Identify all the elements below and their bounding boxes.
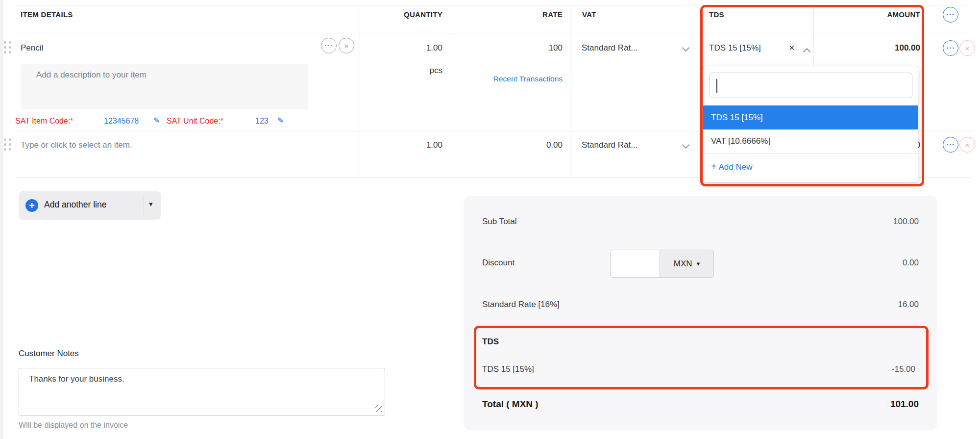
sat-item-code-label: SAT Item Code:* xyxy=(15,117,74,126)
amount-value: 100.00 xyxy=(822,43,920,53)
plus-icon: + xyxy=(711,161,717,172)
chevron-down-icon[interactable] xyxy=(683,143,688,149)
chevron-up-icon[interactable] xyxy=(804,47,809,52)
sub-total-value: 100.00 xyxy=(893,217,919,227)
tds-select-value[interactable]: TDS 15 [15%] xyxy=(709,43,761,53)
customer-notes-label: Customer Notes xyxy=(19,349,79,359)
discount-input-group: MXN ▾ xyxy=(610,250,714,278)
tds-search-input[interactable] xyxy=(710,73,912,98)
discount-currency-select[interactable]: MXN ▾ xyxy=(660,250,714,278)
sat-item-code-value[interactable]: 12345678 xyxy=(104,117,139,126)
rate-value[interactable]: 100 xyxy=(465,43,563,53)
col-divider-rate-vat xyxy=(570,5,570,177)
currency-label: MXN xyxy=(674,259,692,269)
tds-option-selected[interactable]: TDS 15 [15%] xyxy=(703,105,918,129)
ellipsis-icon: ··· xyxy=(946,11,955,18)
header-bottom-border xyxy=(15,33,973,33)
edit-pencil-icon[interactable]: ✎ xyxy=(277,116,284,125)
ellipsis-icon: ··· xyxy=(324,42,333,49)
sat-unit-code-value[interactable]: 123 xyxy=(255,117,269,126)
discount-amount: 0.00 xyxy=(903,258,919,268)
row-delete-button[interactable]: × xyxy=(959,40,975,56)
tds-section-label: TDS xyxy=(482,337,499,347)
tds-clear-icon[interactable]: × xyxy=(789,42,795,53)
quantity-value[interactable]: 1.00 xyxy=(363,140,442,150)
sat-unit-code-label: SAT Unit Code:* xyxy=(167,117,223,126)
row-drag-handle[interactable] xyxy=(4,138,11,151)
close-icon: × xyxy=(965,45,970,52)
tds-amount: -15.00 xyxy=(892,364,915,374)
row-remove-button[interactable]: × xyxy=(339,38,354,53)
row-delete-button[interactable]: × xyxy=(959,137,975,153)
discount-label: Discount xyxy=(482,258,514,268)
tds-option[interactable]: VAT [10.6666%] xyxy=(703,129,918,153)
rate-value[interactable]: 0.00 xyxy=(465,140,563,150)
button-divider xyxy=(144,196,144,215)
sub-total-label: Sub Total xyxy=(482,217,517,227)
row-drag-handle[interactable] xyxy=(4,41,11,53)
header-item-details: ITEM DETAILS xyxy=(21,10,73,19)
plus-icon: + xyxy=(25,199,38,212)
add-new-option[interactable]: + Add New xyxy=(703,154,918,179)
header-vat: VAT xyxy=(582,10,596,19)
quantity-value[interactable]: 1.00 xyxy=(363,43,442,53)
tax-amount: 16.00 xyxy=(898,300,919,310)
recent-transactions-link[interactable]: Recent Transactions xyxy=(465,75,563,83)
chevron-down-icon[interactable] xyxy=(683,46,688,52)
add-new-label: Add New xyxy=(718,162,752,172)
total-label: Total ( MXN ) xyxy=(482,399,539,410)
item-select-placeholder[interactable]: Type or click to select an item. xyxy=(21,140,132,150)
col-divider-item-qty xyxy=(360,5,360,177)
close-icon: × xyxy=(344,42,349,50)
vat-select-value[interactable]: Standard Rat... xyxy=(582,43,637,53)
header-tds: TDS xyxy=(709,10,724,19)
item-description-placeholder: Add a description to your item xyxy=(36,70,147,80)
tds-summary-highlight xyxy=(474,326,929,389)
summary-panel: Sub Total 100.00 Discount MXN ▾ 0.00 Sta… xyxy=(464,196,937,430)
tds-dropdown-panel: TDS 15 [15%] VAT [10.6666%] + Add New xyxy=(703,66,918,182)
page-edge xyxy=(0,0,3,439)
col-divider-qty-rate xyxy=(450,5,450,177)
caret-down-icon[interactable]: ▾ xyxy=(149,200,153,208)
tds-line-label: TDS 15 [15%] xyxy=(482,364,534,374)
ellipsis-icon: ··· xyxy=(946,44,955,52)
edit-pencil-icon[interactable]: ✎ xyxy=(153,116,160,125)
ellipsis-icon: ··· xyxy=(946,141,955,148)
item-description-box[interactable]: Add a description to your item xyxy=(21,64,308,109)
caret-down-icon: ▾ xyxy=(697,260,700,267)
total-value: 101.00 xyxy=(890,399,919,410)
text-cursor xyxy=(716,79,717,93)
customer-notes-input[interactable]: Thanks for your business. xyxy=(19,368,385,416)
header-amount: AMOUNT xyxy=(822,10,920,19)
table-top-border xyxy=(15,5,973,5)
add-line-label: Add another line xyxy=(44,200,106,210)
add-line-button[interactable]: + Add another line ▾ xyxy=(19,191,161,220)
header-rate: RATE xyxy=(465,10,563,19)
header-quantity: QUANTITY xyxy=(363,10,442,19)
item-name[interactable]: Pencil xyxy=(21,43,43,53)
row-more-button[interactable]: ··· xyxy=(943,40,958,56)
quantity-unit: pcs xyxy=(363,66,442,76)
table-settings-button[interactable]: ··· xyxy=(943,7,958,23)
tax-label: Standard Rate [16%] xyxy=(482,300,560,310)
row-more-button[interactable]: ··· xyxy=(943,137,958,153)
row-more-actions-button[interactable]: ··· xyxy=(321,38,337,53)
customer-notes-helper: Will be displayed on the invoice xyxy=(19,421,128,430)
close-icon: × xyxy=(965,141,970,149)
vat-select-value[interactable]: Standard Rat... xyxy=(582,140,637,150)
discount-input[interactable] xyxy=(610,250,660,278)
